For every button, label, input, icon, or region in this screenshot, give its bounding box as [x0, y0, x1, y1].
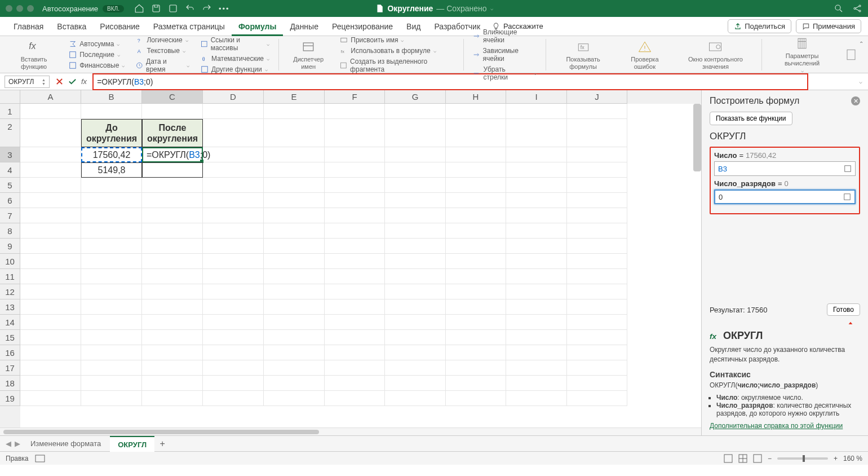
row-header-17[interactable]: 17	[0, 360, 20, 376]
search-icon[interactable]	[834, 3, 844, 14]
col-header-G[interactable]: G	[385, 90, 446, 104]
tab-insert[interactable]: Вставка	[50, 17, 93, 36]
share-button[interactable]: Поделиться	[728, 19, 791, 33]
col-header-J[interactable]: J	[567, 90, 627, 104]
show-formulas-button[interactable]: fx Показывать формулы	[551, 39, 615, 69]
row-header-18[interactable]: 18	[0, 376, 20, 391]
zoom-in-button[interactable]: +	[834, 455, 838, 462]
calc-options-button[interactable]: Параметры вычислений⌵	[767, 36, 838, 73]
accessibility-icon[interactable]	[34, 454, 46, 463]
lookup-button[interactable]: Ссылки и массивы⌵	[198, 36, 272, 52]
comments-button[interactable]: Примечания	[796, 19, 861, 33]
col-header-F[interactable]: F	[325, 90, 385, 104]
expand-formula-icon[interactable]: ⌵	[859, 78, 862, 85]
arg-digits-input[interactable]: 0	[714, 189, 856, 204]
redo-icon[interactable]	[202, 3, 212, 14]
view-normal-icon[interactable]	[724, 454, 733, 463]
row-header-10[interactable]: 10	[0, 254, 20, 269]
window-controls[interactable]	[6, 5, 34, 12]
recent-button[interactable]: Последние⌵	[67, 50, 127, 59]
quicksave-icon[interactable]	[168, 3, 178, 14]
row-header-8[interactable]: 8	[0, 223, 20, 239]
accept-icon[interactable]	[68, 77, 77, 86]
row-header-6[interactable]: 6	[0, 193, 20, 208]
name-manager-button[interactable]: Диспетчер имен	[284, 39, 333, 69]
col-header-B[interactable]: B	[81, 90, 142, 104]
tab-view[interactable]: Вид	[400, 17, 427, 36]
cell-C2[interactable]: Послеокругления	[142, 119, 203, 147]
tab-draw[interactable]: Рисование	[93, 17, 147, 36]
datetime-button[interactable]: Дата и время⌵	[134, 57, 192, 74]
vertical-scrollbar[interactable]	[693, 104, 701, 171]
create-from-selection-button[interactable]: Создать из выделенного фрагмента	[338, 57, 457, 74]
range-select-icon[interactable]	[843, 193, 851, 201]
row-header-9[interactable]: 9	[0, 239, 20, 254]
tab-prev-icon[interactable]: ◀	[5, 439, 12, 448]
ribbon-collapse-icon[interactable]: ⌃	[859, 41, 863, 47]
view-layout-icon[interactable]	[738, 454, 747, 463]
error-check-button[interactable]: Проверка ошибок	[618, 39, 672, 69]
math-button[interactable]: θМатематические⌵	[198, 54, 272, 63]
cell-B2[interactable]: Доокругления	[81, 119, 142, 147]
sheet-tab-1[interactable]: Изменение формата	[23, 436, 109, 452]
view-pagebreak-icon[interactable]	[753, 454, 762, 463]
row-header-4[interactable]: 4	[0, 162, 20, 178]
tab-formulas[interactable]: Формулы	[232, 17, 284, 36]
more-icon[interactable]: •••	[219, 5, 230, 13]
done-button[interactable]: Готово	[827, 303, 860, 316]
trace-dependents-button[interactable]: Зависимые ячейки	[471, 46, 539, 63]
row-header-12[interactable]: 12	[0, 284, 20, 299]
autosum-button[interactable]: Автосумма⌵	[67, 39, 127, 49]
cell-C4[interactable]	[142, 162, 203, 178]
cell-B4[interactable]: 5149,8	[81, 162, 142, 178]
col-header-D[interactable]: D	[203, 90, 264, 104]
calc-now-button[interactable]	[840, 47, 862, 63]
row-header-14[interactable]: 14	[0, 315, 20, 330]
fx-icon[interactable]: fx	[81, 77, 87, 86]
undo-icon[interactable]	[185, 3, 195, 14]
name-box[interactable]: ОКРУГЛ ▲▼	[5, 76, 50, 88]
add-sheet-button[interactable]: +	[156, 439, 169, 449]
remove-arrows-button[interactable]: Убрать стрелки⌵	[471, 65, 539, 82]
help-link[interactable]: Дополнительная справка по этой функции	[710, 422, 860, 430]
range-select-icon[interactable]	[844, 165, 852, 173]
arg-number-input[interactable]: B3	[714, 161, 856, 176]
col-header-I[interactable]: I	[506, 90, 567, 104]
col-header-C[interactable]: C	[142, 90, 203, 104]
horizontal-scrollbar[interactable]	[0, 427, 701, 435]
tab-next-icon[interactable]: ▶	[14, 439, 21, 448]
home-icon[interactable]	[134, 3, 144, 14]
trace-precedents-button[interactable]: Влияющие ячейки	[471, 28, 539, 45]
row-header-15[interactable]: 15	[0, 330, 20, 345]
tab-layout[interactable]: Разметка страницы	[147, 17, 232, 36]
row-header-11[interactable]: 11	[0, 269, 20, 284]
watch-window-button[interactable]: Окно контрольного значения	[674, 39, 757, 69]
cancel-icon[interactable]	[55, 77, 64, 86]
zoom-out-button[interactable]: −	[768, 455, 772, 462]
insert-function-button[interactable]: fx Вставить функцию	[6, 39, 62, 69]
select-all[interactable]	[0, 90, 20, 104]
col-header-H[interactable]: H	[446, 90, 506, 104]
text-button[interactable]: AТекстовые⌵	[134, 46, 192, 55]
cell-C3[interactable]: =ОКРУГЛ(B3;0)	[142, 147, 203, 162]
use-in-formula-button[interactable]: fxИспользовать в формуле⌵	[338, 46, 457, 55]
col-header-A[interactable]: A	[20, 90, 81, 104]
autosave-toggle[interactable]: ВКЛ.	[103, 5, 124, 12]
cells-grid[interactable]: ДоокругленияПослеокругления17560,42=ОКРУ…	[20, 104, 701, 427]
financial-button[interactable]: Финансовые⌵	[67, 61, 127, 70]
row-header-13[interactable]: 13	[0, 299, 20, 315]
formula-input[interactable]: =ОКРУГЛ(B3;0)	[92, 73, 808, 90]
sheet-tab-2[interactable]: ОКРУГЛ	[110, 436, 154, 452]
tab-data[interactable]: Данные	[283, 17, 325, 36]
row-header-1[interactable]: 1	[0, 104, 20, 119]
row-header-7[interactable]: 7	[0, 208, 20, 223]
more-functions-button[interactable]: Другие функции⌵	[198, 65, 272, 74]
row-header-19[interactable]: 19	[0, 391, 20, 406]
zoom-slider[interactable]	[777, 457, 828, 460]
cell-B3[interactable]: 17560,42	[81, 147, 142, 162]
autosave[interactable]: Автосохранение ВКЛ.	[42, 5, 124, 13]
row-header-5[interactable]: 5	[0, 178, 20, 193]
tab-home[interactable]: Главная	[7, 17, 50, 36]
row-header-3[interactable]: 3	[0, 147, 20, 162]
col-header-E[interactable]: E	[264, 90, 325, 104]
